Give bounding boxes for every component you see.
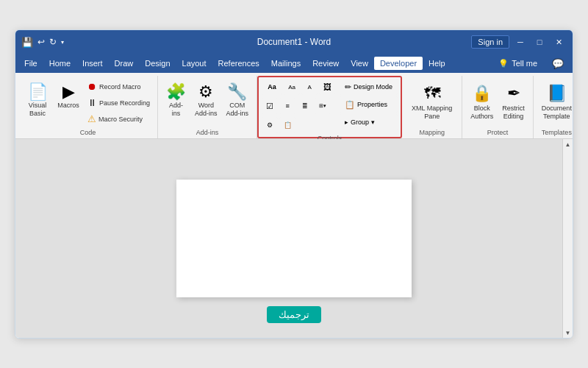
save-icon[interactable]: 💾 xyxy=(21,37,33,48)
ribbon-group-controls: Aa Aa A 🖼 ☑ ≡ ≣ ⊞▾ ⚙ xyxy=(257,76,402,138)
menu-mailings[interactable]: Mailings xyxy=(265,57,306,70)
pause-recording-button[interactable]: ⏸ Pause Recording xyxy=(85,95,153,110)
com-icon: 🔧 xyxy=(227,84,247,100)
bottom-badge: ترجميك xyxy=(267,306,321,323)
menu-file[interactable]: File xyxy=(18,57,43,70)
ctrl-legacy2-button[interactable]: 📋 xyxy=(279,117,295,133)
pause-recording-label: Pause Recording xyxy=(99,99,150,107)
document-template-button[interactable]: 📘 DocumentTemplate xyxy=(538,77,573,127)
group-button[interactable]: ▸ Group ▾ xyxy=(340,114,398,130)
block-authors-button[interactable]: 🔒 BlockAuthors xyxy=(467,77,497,127)
title-bar: 💾 ↩ ↻ ▾ Document1 - Word Sign in ─ □ ✕ xyxy=(15,30,573,54)
mapping-group-label: Mapping xyxy=(406,127,457,138)
title-bar-left: 💾 ↩ ↻ ▾ xyxy=(21,37,64,48)
code-group-label: Code xyxy=(23,127,153,138)
protect-group-content: 🔒 BlockAuthors ✒ RestrictEditing xyxy=(467,77,528,127)
templates-group-label: Templates xyxy=(538,127,573,138)
document-area: ▲ ▼ ترجميك xyxy=(15,139,573,338)
menu-bar: File Home Insert Draw Design Layout Refe… xyxy=(15,54,573,73)
addins-label: Add-ins xyxy=(169,102,183,118)
minimize-button[interactable]: ─ xyxy=(512,34,528,50)
macro-security-label: Macro Security xyxy=(98,116,143,123)
macros-button[interactable]: ▶ Macros xyxy=(54,77,83,127)
scroll-down-arrow[interactable]: ▼ xyxy=(563,328,573,338)
menu-developer[interactable]: Developer xyxy=(374,57,423,70)
word-add-ins-button[interactable]: ⚙ WordAdd-ins xyxy=(191,77,221,127)
design-mode-icon: ✏ xyxy=(345,82,351,92)
record-macro-button[interactable]: ⏺ Record Macro xyxy=(85,79,153,94)
design-mode-label: Design Mode xyxy=(354,83,392,91)
addins-group-content: 🧩 Add-ins ⚙ WordAdd-ins 🔧 COMAdd-ins xyxy=(162,77,252,127)
menu-review[interactable]: Review xyxy=(306,57,345,70)
ctrl-img-button[interactable]: 🖼 xyxy=(319,79,335,95)
controls-right-col: ✏ Design Mode 📋 Properties ▸ Group ▾ xyxy=(337,79,398,130)
menu-insert[interactable]: Insert xyxy=(76,57,109,70)
xml-mapping-button[interactable]: 🗺 XML MappingPane xyxy=(406,77,457,127)
ctrl-check-button[interactable]: ☑ xyxy=(262,98,278,114)
com-add-ins-button[interactable]: 🔧 COMAdd-ins xyxy=(223,77,253,127)
restrict-editing-button[interactable]: ✒ RestrictEditing xyxy=(498,77,528,127)
ctrl-combo-button[interactable]: ≡ xyxy=(279,98,295,114)
controls-group-content: Aa Aa A 🖼 ☑ ≡ ≣ ⊞▾ ⚙ xyxy=(262,79,398,133)
word-window: 💾 ↩ ↻ ▾ Document1 - Word Sign in ─ □ ✕ F… xyxy=(15,29,573,339)
group-label: Group ▾ xyxy=(351,118,375,126)
share-icon[interactable]: 💬 xyxy=(546,56,570,71)
macros-label: Macros xyxy=(57,102,79,110)
ctrl-list-button[interactable]: ≣ xyxy=(297,98,313,114)
design-mode-button[interactable]: ✏ Design Mode xyxy=(340,79,398,95)
ctrl-aa-button[interactable]: Aa xyxy=(262,79,282,95)
ctrl-legacy-button[interactable]: ⚙ xyxy=(262,117,278,133)
properties-label: Properties xyxy=(357,101,387,108)
ribbon: 📄 VisualBasic ▶ Macros ⏺ Record Macro ⏸ … xyxy=(15,73,573,139)
tell-me-button[interactable]: 💡 Tell me xyxy=(492,57,543,70)
window-title: Document1 - Word xyxy=(257,37,331,47)
document-page xyxy=(176,180,412,297)
code-small-buttons: ⏺ Record Macro ⏸ Pause Recording ⚠ Macro… xyxy=(85,77,153,127)
security-icon: ⚠ xyxy=(87,113,96,124)
properties-icon: 📋 xyxy=(345,100,355,110)
menu-bar-right: 💡 Tell me 💬 xyxy=(492,56,570,71)
sign-in-button[interactable]: Sign in xyxy=(471,35,509,49)
close-button[interactable]: ✕ xyxy=(551,34,567,50)
document-template-icon: 📘 xyxy=(547,84,567,103)
ctrl-more-button[interactable]: ⊞▾ xyxy=(315,98,331,114)
undo-button[interactable]: ↩ xyxy=(37,37,45,47)
quick-access-dropdown[interactable]: ▾ xyxy=(61,39,64,46)
ctrl-aa3-button[interactable]: A xyxy=(301,79,318,95)
lightbulb-icon: 💡 xyxy=(498,59,509,68)
macro-security-button[interactable]: ⚠ Macro Security xyxy=(85,111,153,127)
menu-references[interactable]: References xyxy=(212,57,265,70)
menu-view[interactable]: View xyxy=(345,57,374,70)
title-bar-right: Sign in ─ □ ✕ xyxy=(471,34,567,50)
block-authors-icon: 🔒 xyxy=(472,84,492,103)
group-icon: ▸ xyxy=(345,118,348,126)
visual-basic-label: VisualBasic xyxy=(29,102,46,118)
scroll-bar-right: ▲ ▼ xyxy=(562,139,573,338)
xml-mapping-icon: 🗺 xyxy=(424,84,440,103)
visual-basic-button[interactable]: 📄 VisualBasic xyxy=(23,77,52,127)
scroll-up-arrow[interactable]: ▲ xyxy=(563,139,573,149)
code-group-content: 📄 VisualBasic ▶ Macros ⏺ Record Macro ⏸ … xyxy=(23,77,153,127)
maximize-button[interactable]: □ xyxy=(531,34,548,50)
mapping-group-content: 🗺 XML MappingPane xyxy=(406,77,457,127)
properties-button[interactable]: 📋 Properties xyxy=(340,96,398,113)
menu-home[interactable]: Home xyxy=(43,57,76,70)
ribbon-group-code: 📄 VisualBasic ▶ Macros ⏺ Record Macro ⏸ … xyxy=(18,76,158,138)
record-icon: ⏺ xyxy=(87,81,97,92)
ribbon-group-mapping: 🗺 XML MappingPane Mapping xyxy=(402,76,462,138)
menu-layout[interactable]: Layout xyxy=(176,57,212,70)
word-addins-label: WordAdd-ins xyxy=(195,102,218,118)
templates-group-content: 📘 DocumentTemplate xyxy=(538,77,573,127)
menu-draw[interactable]: Draw xyxy=(109,57,140,70)
restrict-editing-label: RestrictEditing xyxy=(502,105,525,121)
block-authors-label: BlockAuthors xyxy=(470,105,493,121)
com-label: COMAdd-ins xyxy=(226,102,249,118)
redo-button[interactable]: ↻ xyxy=(49,37,57,47)
tell-me-label: Tell me xyxy=(512,59,537,68)
macros-icon: ▶ xyxy=(62,84,75,100)
ribbon-group-templates: 📘 DocumentTemplate Templates xyxy=(534,76,573,138)
add-ins-button[interactable]: 🧩 Add-ins xyxy=(162,77,190,127)
ctrl-aa2-button[interactable]: Aa xyxy=(284,79,300,95)
menu-design[interactable]: Design xyxy=(139,57,176,70)
menu-help[interactable]: Help xyxy=(423,57,451,70)
